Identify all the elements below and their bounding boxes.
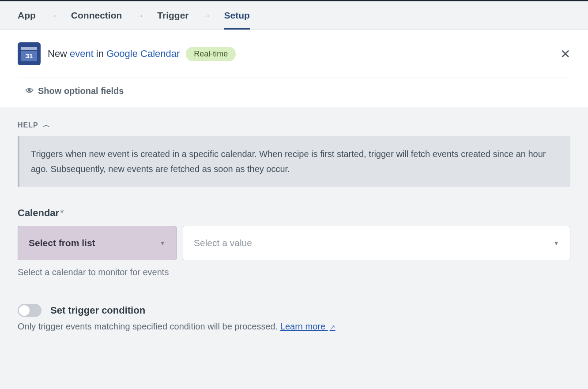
- close-icon: ✕: [560, 47, 570, 61]
- title-app-link[interactable]: Google Calendar: [106, 48, 180, 60]
- learn-more-link[interactable]: Learn more ↗: [280, 322, 335, 331]
- calendar-value-placeholder: Select a value: [194, 238, 252, 248]
- calendar-value-dropdown[interactable]: Select a value ▼: [183, 226, 570, 260]
- calendar-mode-label: Select from list: [29, 238, 95, 248]
- google-calendar-icon: 31: [18, 42, 41, 65]
- breadcrumb-bar: App → Connection → Trigger → Setup: [0, 1, 588, 30]
- help-text: Triggers when new event is created in a …: [31, 149, 546, 174]
- trigger-condition-label: Set trigger condition: [50, 305, 145, 316]
- realtime-badge: Real-time: [186, 47, 236, 61]
- close-button[interactable]: ✕: [560, 47, 570, 61]
- calendar-field: Calendar* Select from list ▼ Select a va…: [18, 207, 570, 277]
- trigger-card: 31 New event in Google Calendar Real-tim…: [0, 30, 588, 107]
- card-divider: [18, 78, 570, 78]
- calendar-label-text: Calendar: [18, 207, 59, 218]
- breadcrumb-trigger[interactable]: Trigger: [157, 10, 188, 21]
- calendar-field-hint: Select a calendar to monitor for events: [18, 267, 570, 277]
- eye-icon: 👁: [26, 86, 34, 96]
- setup-content: HELP ︿ Triggers when new event is create…: [0, 107, 588, 349]
- learn-more-text: Learn more: [280, 322, 325, 331]
- arrow-right-icon: →: [49, 11, 58, 21]
- breadcrumb-connection[interactable]: Connection: [71, 10, 122, 21]
- trigger-condition-toggle[interactable]: [18, 304, 41, 317]
- chevron-down-icon: ▼: [553, 239, 559, 247]
- trigger-condition-hint-text: Only trigger events matching specified c…: [18, 322, 278, 331]
- card-header: 31 New event in Google Calendar Real-tim…: [18, 42, 570, 65]
- title-prefix: New: [48, 48, 67, 60]
- calendar-mode-dropdown[interactable]: Select from list ▼: [18, 226, 177, 260]
- help-text-box: Triggers when new event is created in a …: [18, 136, 570, 187]
- help-heading: HELP: [18, 121, 38, 129]
- help-section-toggle[interactable]: HELP ︿: [18, 120, 570, 130]
- title-event-link[interactable]: event: [70, 48, 94, 60]
- trigger-condition-hint: Only trigger events matching specified c…: [18, 322, 570, 332]
- breadcrumb-app[interactable]: App: [18, 10, 36, 21]
- trigger-title: New event in Google Calendar Real-time: [48, 47, 236, 61]
- chevron-up-icon: ︿: [43, 120, 50, 130]
- external-link-icon: ↗: [330, 323, 335, 331]
- required-marker: *: [60, 207, 64, 218]
- arrow-right-icon: →: [202, 11, 211, 21]
- arrow-right-icon: →: [135, 11, 144, 21]
- chevron-down-icon: ▼: [159, 239, 166, 247]
- trigger-condition-block: Set trigger condition Only trigger event…: [18, 304, 570, 332]
- calendar-day-label: 31: [21, 51, 37, 61]
- calendar-field-label: Calendar*: [18, 207, 570, 219]
- breadcrumb-setup[interactable]: Setup: [224, 10, 250, 30]
- toggle-knob: [19, 305, 30, 316]
- title-in: in: [96, 48, 104, 60]
- show-optional-fields-toggle[interactable]: 👁 Show optional fields: [18, 86, 570, 96]
- optional-toggle-label: Show optional fields: [38, 86, 124, 96]
